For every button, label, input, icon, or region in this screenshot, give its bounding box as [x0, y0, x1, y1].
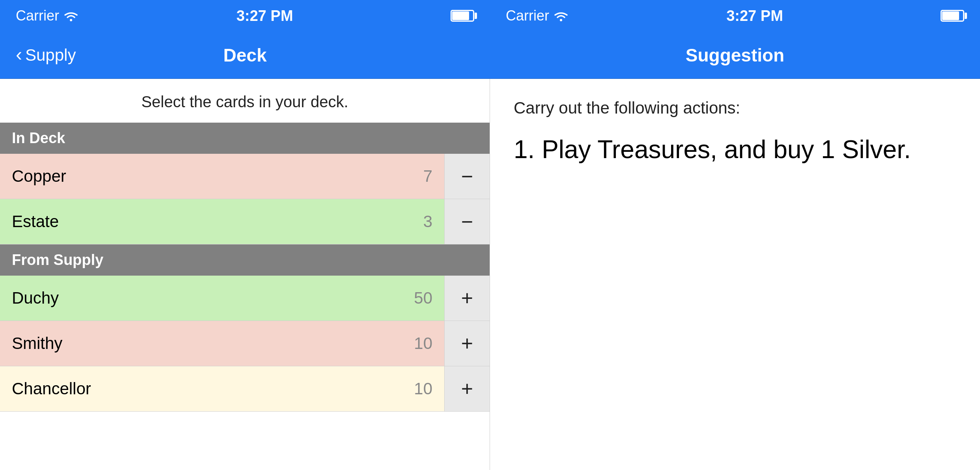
nav-left: ‹ Supply Deck [0, 45, 490, 65]
estate-card-name: Estate [12, 212, 59, 231]
duchy-name-area: Duchy 50 [0, 276, 444, 321]
carrier-label-right: Carrier [506, 7, 549, 24]
suggestion-intro: Carry out the following actions: [514, 99, 956, 118]
smithy-name-area: Smithy 10 [0, 321, 444, 366]
status-bar: Carrier 3:27 PM Carrier 3:27 PM [0, 0, 980, 32]
smithy-card-name: Smithy [12, 334, 62, 353]
copper-decrement-button[interactable]: − [444, 154, 490, 199]
chancellor-card-name: Chancellor [12, 379, 91, 398]
estate-card-count: 3 [423, 212, 432, 231]
smithy-card-count: 10 [414, 334, 432, 353]
wifi-icon-right [553, 10, 569, 22]
deck-subtitle: Select the cards in your deck. [0, 79, 490, 123]
back-chevron-icon: ‹ [16, 43, 22, 65]
nav-right: Suggestion [490, 45, 980, 66]
copper-card-name: Copper [12, 167, 66, 186]
table-row: Duchy 50 + [0, 276, 490, 321]
copper-name-area: Copper 7 [0, 154, 444, 199]
carrier-label-left: Carrier [16, 7, 59, 24]
suggestion-nav-title: Suggestion [686, 45, 784, 66]
svg-point-0 [70, 19, 72, 21]
chancellor-name-area: Chancellor 10 [0, 366, 444, 411]
table-row: Estate 3 − [0, 199, 490, 244]
battery-icon-right [941, 10, 964, 22]
estate-name-area: Estate 3 [0, 199, 444, 244]
suggestion-panel: Carry out the following actions: 1. Play… [490, 79, 980, 470]
status-carrier-left: Carrier [16, 7, 79, 24]
svg-point-1 [560, 19, 562, 21]
table-row: Copper 7 − [0, 154, 490, 199]
main-content: Select the cards in your deck. In Deck C… [0, 79, 980, 470]
smithy-increment-button[interactable]: + [444, 321, 490, 366]
section-header-from-supply: From Supply [0, 244, 490, 276]
suggestion-action: 1. Play Treasures, and buy 1 Silver. [514, 133, 956, 166]
deck-nav-title: Deck [223, 45, 267, 66]
duchy-card-name: Duchy [12, 289, 59, 308]
copper-card-count: 7 [423, 167, 432, 186]
status-time-right: 3:27 PM [726, 7, 783, 24]
back-label: Supply [25, 46, 76, 65]
section-header-in-deck: In Deck [0, 123, 490, 154]
status-bar-left: Carrier 3:27 PM [0, 7, 490, 24]
table-row: Chancellor 10 + [0, 366, 490, 412]
duchy-card-count: 50 [414, 289, 432, 308]
status-bar-right: Carrier 3:27 PM [490, 7, 980, 24]
chancellor-increment-button[interactable]: + [444, 366, 490, 411]
estate-decrement-button[interactable]: − [444, 199, 490, 244]
back-button[interactable]: ‹ Supply [0, 45, 92, 65]
battery-icon-left [451, 10, 474, 22]
wifi-icon-left [63, 10, 79, 22]
status-carrier-right: Carrier [506, 7, 569, 24]
chancellor-card-count: 10 [414, 379, 432, 398]
deck-panel: Select the cards in your deck. In Deck C… [0, 79, 490, 470]
status-time-left: 3:27 PM [236, 7, 293, 24]
nav-bar: ‹ Supply Deck Suggestion [0, 32, 980, 79]
duchy-increment-button[interactable]: + [444, 276, 490, 321]
table-row: Smithy 10 + [0, 321, 490, 366]
